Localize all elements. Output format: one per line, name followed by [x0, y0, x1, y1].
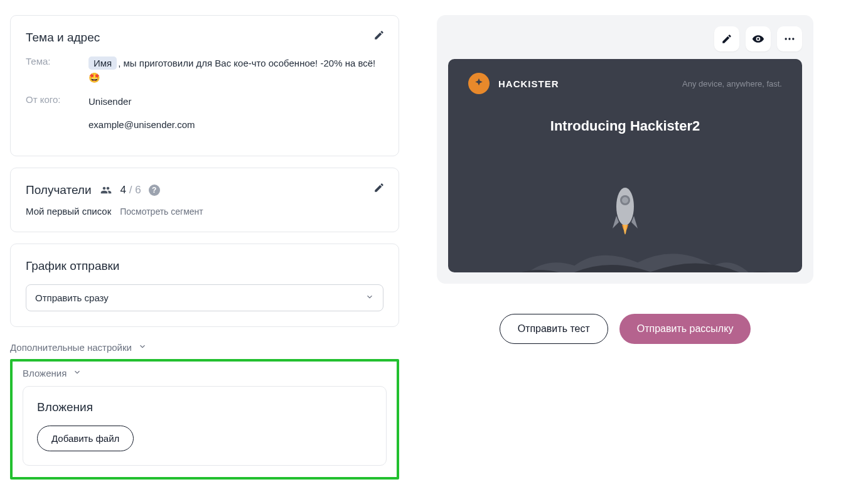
- attachments-toggle[interactable]: Вложения: [23, 365, 387, 386]
- email-preview-frame: HACKISTER Any device, anywhere, fast. In…: [448, 59, 802, 272]
- recipients-title: Получатели: [26, 183, 92, 197]
- rocket-illustration: [448, 178, 802, 272]
- svg-point-2: [792, 38, 794, 40]
- advanced-settings-toggle[interactable]: Дополнительные настройки: [10, 338, 399, 362]
- brand-name: HACKISTER: [498, 78, 559, 89]
- merge-tag-chip: Имя: [88, 56, 117, 70]
- chevron-down-icon: [73, 368, 82, 378]
- svg-point-1: [788, 38, 790, 40]
- from-name: Unisender: [88, 94, 195, 109]
- attachments-title: Вложения: [37, 400, 372, 414]
- svg-point-5: [622, 197, 628, 203]
- pencil-icon: [373, 29, 385, 41]
- recipients-card: Получатели 4 / 6 ? Мой первый список Пос…: [10, 168, 399, 232]
- subject-value: Имя, мы приготовили для Вас кое-что особ…: [88, 56, 383, 85]
- schedule-card: График отправки Отправить сразу: [10, 244, 399, 327]
- eye-icon: [752, 33, 764, 45]
- subject-text: , мы приготовили для Вас кое-что особенн…: [88, 58, 375, 83]
- preview-button[interactable]: [746, 26, 771, 51]
- pencil-icon: [721, 33, 732, 45]
- attachments-card: Вложения Добавить файл: [23, 386, 387, 466]
- brand-tagline: Any device, anywhere, fast.: [682, 79, 782, 88]
- preview-hero-title: Introducing Hackister2: [448, 118, 802, 134]
- dots-icon: [783, 33, 796, 45]
- advanced-settings-label: Дополнительные настройки: [10, 342, 132, 353]
- recipients-list-name: Мой первый список: [26, 206, 111, 217]
- schedule-selected-value: Отправить сразу: [35, 292, 109, 303]
- subject-card-title: Тема и адрес: [26, 31, 383, 45]
- schedule-select[interactable]: Отправить сразу: [26, 284, 383, 311]
- edit-recipients-button[interactable]: [373, 182, 385, 195]
- from-email: example@unisender.com: [88, 117, 195, 132]
- subject-address-card: Тема и адрес Тема: Имя, мы приготовили д…: [10, 15, 399, 156]
- recipients-count: 4 / 6: [121, 184, 141, 196]
- chevron-down-icon: [138, 342, 147, 353]
- svg-point-0: [785, 38, 787, 40]
- help-icon[interactable]: ?: [149, 185, 160, 196]
- schedule-title: График отправки: [26, 259, 383, 273]
- more-options-button[interactable]: [777, 26, 802, 51]
- pencil-icon: [373, 182, 385, 193]
- subject-label: Тема:: [26, 56, 88, 85]
- edit-subject-button[interactable]: [373, 29, 385, 43]
- attachments-highlight-frame: Вложения Вложения Добавить файл: [10, 359, 399, 480]
- svg-point-3: [616, 188, 634, 225]
- view-segment-link[interactable]: Посмотреть сегмент: [120, 206, 203, 217]
- brand-logo-icon: [468, 73, 490, 94]
- attachments-toggle-label: Вложения: [23, 368, 67, 378]
- people-icon: [99, 185, 113, 196]
- from-label: От кого:: [26, 94, 88, 132]
- send-test-button[interactable]: Отправить тест: [500, 314, 608, 344]
- send-campaign-button[interactable]: Отправить рассылку: [619, 314, 751, 344]
- email-preview-panel: HACKISTER Any device, anywhere, fast. In…: [437, 15, 813, 284]
- chevron-down-icon: [365, 292, 374, 303]
- edit-template-button[interactable]: [714, 26, 739, 51]
- add-file-button[interactable]: Добавить файл: [37, 426, 134, 451]
